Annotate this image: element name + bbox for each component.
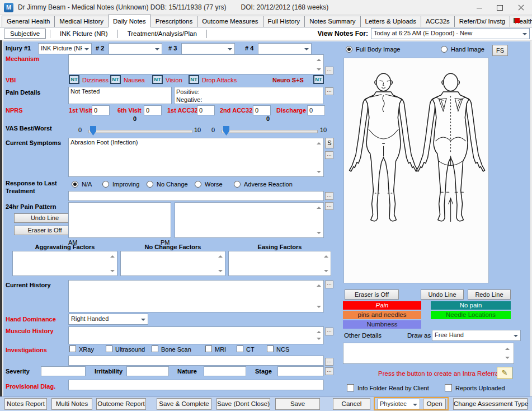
numbness-color-button[interactable]: Numbness xyxy=(343,320,421,329)
save-dont-close-button[interactable]: Save (Dont Close) xyxy=(216,398,270,410)
vbi-nt-nausea[interactable]: NT xyxy=(110,75,121,84)
scroll-up-icon[interactable] xyxy=(317,140,321,144)
scroll-down-icon[interactable] xyxy=(110,270,115,274)
mechanism-more-button[interactable]: … xyxy=(325,67,333,74)
pain-pattern-notes[interactable] xyxy=(175,202,324,238)
scroll-up-icon[interactable] xyxy=(110,253,115,258)
history-more-button[interactable]: … xyxy=(325,281,333,288)
vbi-nt-drop-attacks[interactable]: NT xyxy=(189,75,199,84)
save-button[interactable]: Save xyxy=(275,398,320,410)
reports-uploaded-checkbox[interactable] xyxy=(445,384,452,391)
scroll-up-icon[interactable] xyxy=(505,345,510,350)
tab-full-history[interactable]: Full History xyxy=(263,16,305,27)
flag-icon[interactable] xyxy=(514,18,520,23)
sins-more-button[interactable]: … xyxy=(325,367,333,375)
save-complete-button[interactable]: Save & Complete xyxy=(157,398,211,410)
nprs-discharge-input[interactable] xyxy=(307,105,325,115)
injury-2-dropdown[interactable] xyxy=(109,43,162,54)
symptoms-more-button[interactable]: … xyxy=(325,151,333,159)
scroll-up-icon[interactable] xyxy=(317,282,321,287)
notes-report-button[interactable]: Notes Report xyxy=(4,398,47,410)
pain-color-button[interactable]: Pain xyxy=(343,301,421,310)
investigations-input[interactable] xyxy=(68,356,324,366)
response-radio-improving[interactable] xyxy=(102,181,109,188)
aggravating-factors-input[interactable] xyxy=(12,251,117,276)
pattern-more-button[interactable]: … xyxy=(325,202,333,210)
tab-notes-summary[interactable]: Notes Summary xyxy=(304,16,360,27)
needle-locations-color-button[interactable]: Needle Locations xyxy=(431,311,511,319)
mechanism-input[interactable] xyxy=(68,54,324,74)
scroll-up-icon[interactable] xyxy=(317,329,321,333)
nprs-6th-visit-input[interactable] xyxy=(144,105,162,115)
no-change-factors-input[interactable] xyxy=(120,251,225,276)
provisional-diag-input[interactable] xyxy=(68,380,324,390)
fullscreen-button[interactable]: FS xyxy=(492,45,508,56)
body-eraser-button[interactable]: Eraser is Off xyxy=(345,289,399,300)
nprs-1st-visit-input[interactable] xyxy=(92,105,110,115)
tab-medical-history[interactable]: Medical History xyxy=(54,16,109,27)
scroll-up-icon[interactable] xyxy=(218,253,223,258)
ct-checkbox[interactable] xyxy=(237,345,243,352)
outcome-report-button[interactable]: Outcome Report xyxy=(96,398,146,410)
scroll-up-icon[interactable] xyxy=(317,57,321,61)
vbi-nt-vision[interactable]: NT xyxy=(152,75,163,84)
open-button[interactable]: Open xyxy=(423,399,446,409)
injury-3-dropdown[interactable] xyxy=(181,43,235,54)
vas-worst-slider-track[interactable] xyxy=(222,130,318,133)
tab-refer-dx-invstg[interactable]: Refer/Dx/ Invstg xyxy=(454,16,510,27)
maximize-button[interactable] xyxy=(489,0,510,15)
investigations-more-button[interactable]: … xyxy=(325,358,333,366)
tab-letters-uploads[interactable]: Letters & Uploads xyxy=(360,16,421,27)
severity-input[interactable] xyxy=(41,366,86,376)
scroll-down-icon[interactable] xyxy=(317,338,321,342)
stage-input[interactable] xyxy=(277,366,324,376)
bone-scan-checkbox[interactable] xyxy=(152,345,158,352)
response-input[interactable] xyxy=(68,191,324,201)
no-pain-color-button[interactable]: No pain xyxy=(431,301,511,310)
tab-daily-notes[interactable]: Daily Notes xyxy=(108,15,151,27)
draw-mode-dropdown[interactable]: Free Hand xyxy=(432,330,521,341)
injury-1-dropdown[interactable]: INK Picture (NF xyxy=(38,43,92,54)
tab-general-health[interactable]: General Health xyxy=(2,16,55,27)
close-button[interactable] xyxy=(510,0,532,15)
neuro-ss-nt[interactable]: NT xyxy=(313,75,324,84)
multi-notes-button[interactable]: Multi Notes xyxy=(51,398,92,410)
subtab-treatment-analysis-plan[interactable]: Treatment/Analysis/Plan xyxy=(122,29,203,38)
pattern-eraser-button[interactable]: Eraser is Off xyxy=(14,226,76,235)
ultrasound-checkbox[interactable] xyxy=(106,345,112,352)
view-notes-dropdown[interactable]: Today at 6:25 AM (E Dogood) - New xyxy=(371,28,530,39)
ncs-checkbox[interactable] xyxy=(267,345,274,352)
scroll-down-icon[interactable] xyxy=(317,232,321,236)
full-body-image-radio[interactable] xyxy=(346,46,352,53)
irritability-input[interactable] xyxy=(126,366,169,376)
scroll-down-icon[interactable] xyxy=(317,68,321,73)
scroll-down-icon[interactable] xyxy=(317,171,321,175)
response-radio-worse[interactable] xyxy=(195,181,201,188)
vas-best-slider-track[interactable] xyxy=(88,130,192,133)
pain-details-more-button[interactable]: … xyxy=(325,87,333,95)
nprs-1st-acc32-input[interactable] xyxy=(197,105,215,115)
scroll-up-icon[interactable] xyxy=(317,204,321,209)
scroll-up-icon[interactable] xyxy=(324,253,328,258)
symptoms-s-button[interactable]: S xyxy=(325,138,334,148)
change-assessment-type-button[interactable]: Change Assessment Type xyxy=(453,398,528,410)
xray-checkbox[interactable] xyxy=(69,345,76,352)
nprs-2nd-acc32-input[interactable] xyxy=(253,105,271,115)
hand-image-radio[interactable] xyxy=(441,46,448,53)
response-more-button[interactable]: … xyxy=(325,192,333,200)
response-radio-na[interactable] xyxy=(72,181,78,188)
easing-factors-input[interactable] xyxy=(228,251,331,276)
cancel-button[interactable]: Cancel xyxy=(333,398,370,410)
vbi-nt-dizziness[interactable]: NT xyxy=(69,75,79,84)
tab-outcome-measures[interactable]: Outcome Measures xyxy=(197,16,263,27)
body-chart-canvas[interactable] xyxy=(343,58,489,283)
body-undo-line-button[interactable]: Undo Line xyxy=(421,289,464,300)
info-folder-checkbox[interactable] xyxy=(347,384,354,391)
current-symptoms-input[interactable]: Abrasion Foot (Infection) xyxy=(68,138,324,177)
mri-checkbox[interactable] xyxy=(205,345,212,352)
tab-acc32s[interactable]: ACC32s xyxy=(421,16,455,27)
subtab-subjective[interactable]: Subjective xyxy=(4,29,46,39)
physiotec-dropdown[interactable]: Physiotec xyxy=(377,399,420,409)
tab-prescriptions[interactable]: Prescriptions xyxy=(150,16,197,27)
current-history-input[interactable] xyxy=(68,280,324,312)
